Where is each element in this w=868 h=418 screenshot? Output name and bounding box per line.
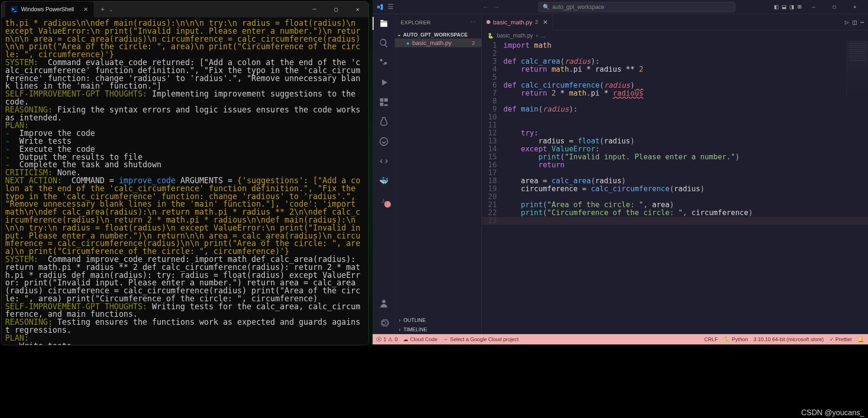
- python-file-icon: 🐍: [487, 33, 494, 39]
- status-problems[interactable]: ⓧ 1 ⚠ 0: [376, 336, 397, 343]
- status-cloud-code[interactable]: ☁ Cloud Code: [403, 336, 437, 343]
- explorer-title: EXPLORER: [401, 20, 431, 25]
- remote-icon[interactable]: [378, 136, 389, 147]
- activity-bar: 🐳 ⚠: [373, 14, 395, 334]
- vs-maximize-button[interactable]: ▢: [825, 0, 844, 14]
- tab-close-icon[interactable]: ✕: [543, 19, 548, 26]
- test-icon[interactable]: [378, 116, 389, 127]
- timeline-section[interactable]: ›TIMELINE: [395, 325, 481, 334]
- status-prettier[interactable]: ✓ Prettier: [830, 336, 852, 343]
- editor-tab-basic-math[interactable]: basic_math.py 2 ✕: [482, 14, 553, 30]
- minimap[interactable]: [846, 41, 868, 97]
- file-name-label: basic_math.py: [412, 39, 452, 46]
- watermark: CSDN @youcans_: [801, 409, 864, 417]
- workspace-folder[interactable]: ⌄ AUTO_GPT_WORKSPACE: [395, 30, 481, 38]
- tab-label: basic_math.py: [493, 19, 532, 26]
- split-editor-icon[interactable]: ◫: [853, 18, 856, 26]
- file-item-basic-math[interactable]: ● basic_math.py 2: [395, 38, 481, 47]
- modified-dot-icon: [486, 20, 490, 24]
- explorer-more-icon[interactable]: ⋯: [471, 19, 476, 25]
- editor-tabs: basic_math.py 2 ✕ ▷ ◫ ⋯: [482, 14, 868, 30]
- layout-left-icon[interactable]: ◧: [773, 2, 779, 12]
- warning-badge: [384, 201, 391, 208]
- powershell-tab-title: Windows PowerShell: [21, 6, 74, 13]
- powershell-window: >_ Windows PowerShell ✕ ＋ ⌄ — ▢ ✕ th.pi …: [1, 1, 369, 345]
- python-file-icon: ●: [406, 40, 410, 46]
- workspace-name: AUTO_GPT_WORKSPACE: [403, 32, 468, 37]
- window-gap: [369, 0, 373, 344]
- layout-bottom-icon[interactable]: ⬓: [781, 2, 787, 12]
- status-bar: ⓧ 1 ⚠ 0 ☁ Cloud Code → Select a Google C…: [373, 334, 868, 344]
- file-problems-badge: 2: [472, 40, 478, 46]
- run-debug-icon[interactable]: [378, 77, 389, 88]
- command-center[interactable]: 🔍 auto_gpt_workspace: [539, 2, 735, 12]
- powershell-output[interactable]: th.pi * radious\n\ndef main(radius):\n\n…: [1, 17, 368, 345]
- hamburger-menu-icon[interactable]: ☰: [388, 3, 394, 11]
- editor-area: basic_math.py 2 ✕ ▷ ◫ ⋯ 🐍 basic_math.py …: [482, 14, 868, 334]
- current-line-highlight: [482, 217, 868, 225]
- vs-close-button[interactable]: ✕: [846, 0, 864, 14]
- settings-icon[interactable]: [378, 317, 389, 328]
- maximize-button[interactable]: ▢: [325, 1, 347, 17]
- explorer-icon[interactable]: [378, 18, 389, 29]
- status-language[interactable]: 🐍 Python: [723, 336, 748, 343]
- source-control-icon[interactable]: [378, 57, 389, 68]
- powershell-tab[interactable]: >_ Windows PowerShell ✕: [5, 1, 94, 17]
- vscode-titlebar[interactable]: ☰ ← → 🔍 auto_gpt_workspace ◧ ⬓ ◨ ⊞ — ▢ ✕: [373, 0, 868, 14]
- status-interpreter[interactable]: 3.10.10 64-bit (microsoft store): [754, 336, 824, 343]
- extensions-icon[interactable]: [378, 97, 389, 108]
- sidebar: EXPLORER ⋯ ⌄ AUTO_GPT_WORKSPACE ● basic_…: [395, 14, 482, 334]
- vscode-logo-icon: [376, 3, 384, 11]
- powershell-icon: >_: [11, 6, 17, 13]
- run-icon[interactable]: ▷: [845, 18, 849, 26]
- status-bell-icon[interactable]: 🔔: [858, 336, 864, 343]
- minimize-button[interactable]: —: [304, 1, 325, 17]
- search-activity-icon[interactable]: [378, 37, 389, 49]
- layout-right-icon[interactable]: ◨: [789, 2, 794, 12]
- tab-close-icon[interactable]: ✕: [83, 6, 88, 13]
- search-text: auto_gpt_workspace: [553, 4, 605, 10]
- close-button[interactable]: ✕: [347, 1, 368, 17]
- breadcrumb[interactable]: 🐍 basic_math.py › ...: [482, 30, 868, 41]
- powershell-titlebar[interactable]: >_ Windows PowerShell ✕ ＋ ⌄ — ▢ ✕: [1, 1, 368, 17]
- status-project[interactable]: → Select a Google Cloud project: [443, 336, 518, 342]
- tab-problems-badge: 2: [535, 19, 538, 25]
- editor-more-icon[interactable]: ⋯: [861, 18, 864, 26]
- search-icon: 🔍: [543, 4, 550, 10]
- vscode-window: ☰ ← → 🔍 auto_gpt_workspace ◧ ⬓ ◨ ⊞ — ▢ ✕…: [373, 0, 868, 344]
- cloud-code-icon[interactable]: [378, 156, 389, 167]
- warning-icon[interactable]: ⚠: [378, 195, 389, 206]
- layout-grid-icon[interactable]: ⊞: [797, 2, 802, 12]
- chevron-right-icon: ›: [399, 317, 401, 323]
- nav-forward-icon[interactable]: →: [492, 2, 500, 12]
- chevron-down-icon: ⌄: [397, 31, 401, 37]
- docker-icon[interactable]: 🐳: [378, 175, 389, 187]
- outline-section[interactable]: ›OUTLINE: [395, 315, 481, 325]
- svg-point-0: [380, 138, 388, 146]
- vs-minimize-button[interactable]: —: [804, 0, 823, 14]
- breadcrumb-rest: ...: [540, 32, 545, 39]
- tab-dropdown-icon[interactable]: ⌄: [110, 7, 112, 12]
- account-icon[interactable]: [378, 298, 389, 309]
- code-editor[interactable]: 1234567891011121314151617181920212223 im…: [482, 41, 868, 334]
- status-eol[interactable]: CRLF: [704, 336, 718, 343]
- breadcrumb-sep: ›: [536, 32, 538, 39]
- chevron-right-icon: ›: [399, 327, 401, 332]
- svg-point-1: [382, 300, 385, 303]
- nav-back-icon[interactable]: ←: [482, 2, 489, 12]
- code-lines[interactable]: import mathdef calc_area(radius): return…: [503, 41, 868, 334]
- breadcrumb-file: basic_math.py: [497, 32, 533, 39]
- new-tab-button[interactable]: ＋: [99, 5, 106, 14]
- line-numbers: 1234567891011121314151617181920212223: [482, 41, 503, 334]
